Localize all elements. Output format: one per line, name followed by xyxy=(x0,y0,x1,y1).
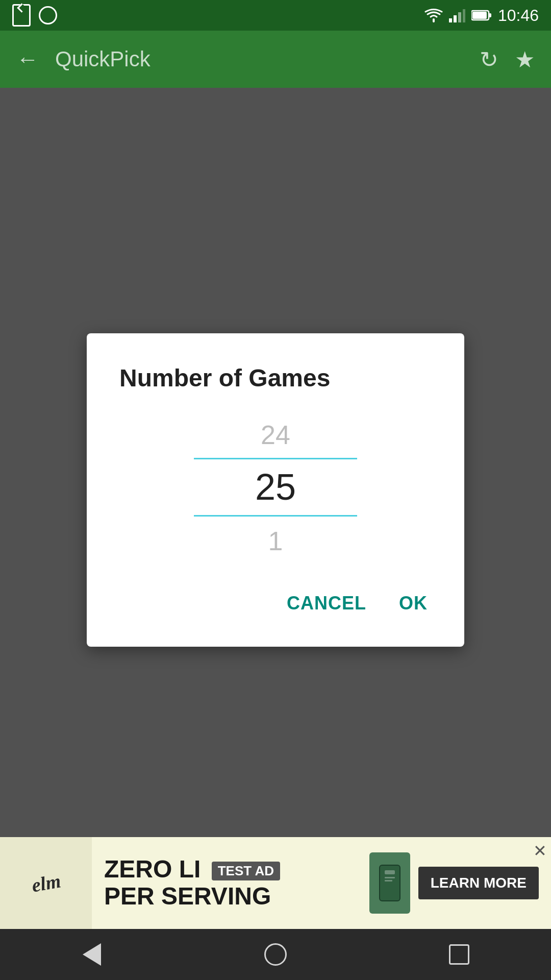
picker-value-below: 1 xyxy=(268,523,283,560)
ok-button[interactable]: OK xyxy=(395,584,432,622)
cancel-button[interactable]: CANCEL xyxy=(283,584,370,622)
number-of-games-dialog: Number of Games 24 25 1 CANCEL OK xyxy=(87,333,464,647)
picker-divider-bottom xyxy=(194,515,357,517)
dialog-title: Number of Games xyxy=(119,364,432,392)
dialog-overlay: Number of Games 24 25 1 CANCEL OK xyxy=(0,0,551,980)
dialog-buttons: CANCEL OK xyxy=(119,584,432,622)
number-picker[interactable]: 24 25 1 xyxy=(119,416,432,560)
picker-divider-top xyxy=(194,458,357,459)
picker-value-selected: 25 xyxy=(255,463,296,511)
picker-value-above: 24 xyxy=(261,416,290,454)
